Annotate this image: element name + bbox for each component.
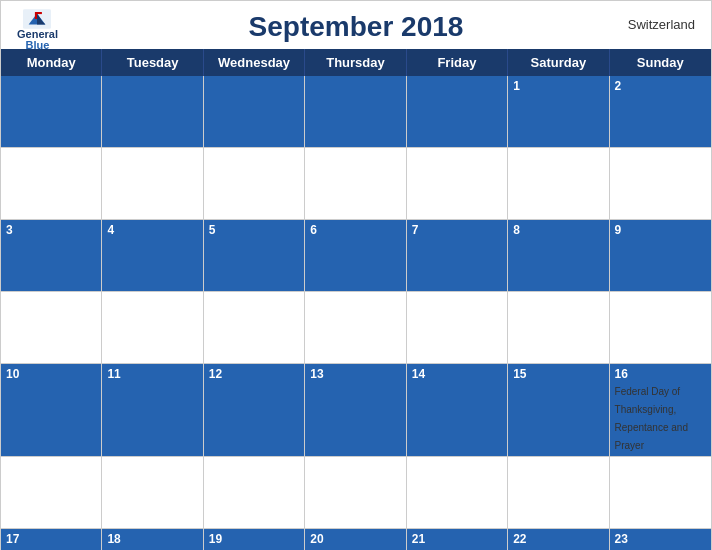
calendar-cell: 15 xyxy=(508,364,609,457)
calendar-cell: 7 xyxy=(407,220,508,292)
holiday-text: Federal Day of Thanksgiving, Repentance … xyxy=(615,386,688,451)
day-header-thursday: Thursday xyxy=(305,49,406,76)
calendar-cell-content xyxy=(407,148,508,220)
day-number: 17 xyxy=(6,532,96,546)
day-number: 6 xyxy=(310,223,400,237)
calendar-cell: 19 xyxy=(204,529,305,550)
day-number: 11 xyxy=(107,367,197,381)
calendar-cell-content xyxy=(204,457,305,529)
calendar-cell-content xyxy=(407,292,508,364)
calendar-cell xyxy=(1,76,102,148)
day-header-monday: Monday xyxy=(1,49,102,76)
calendar-cell xyxy=(305,76,406,148)
calendar-cell: 3 xyxy=(1,220,102,292)
calendar-cell-content xyxy=(1,457,102,529)
day-number: 12 xyxy=(209,367,299,381)
calendar-cell: 22 xyxy=(508,529,609,550)
calendar-cell-content xyxy=(508,457,609,529)
day-number: 21 xyxy=(412,532,502,546)
calendar-cell: 10 xyxy=(1,364,102,457)
calendar-cell: 18 xyxy=(102,529,203,550)
calendar-cell: 21 xyxy=(407,529,508,550)
calendar-cell: 16Federal Day of Thanksgiving, Repentanc… xyxy=(610,364,711,457)
calendar-title: September 2018 xyxy=(249,11,464,43)
calendar-cell: 12 xyxy=(204,364,305,457)
calendar-cell: 5 xyxy=(204,220,305,292)
day-number: 8 xyxy=(513,223,603,237)
calendar-cell: 23 xyxy=(610,529,711,550)
day-number: 14 xyxy=(412,367,502,381)
calendar-cell: 1 xyxy=(508,76,609,148)
calendar-cell: 2 xyxy=(610,76,711,148)
calendar-cell-content xyxy=(1,148,102,220)
day-number: 9 xyxy=(615,223,706,237)
calendar-cell xyxy=(102,76,203,148)
logo-text-blue: Blue xyxy=(26,40,50,51)
day-header-wednesday: Wednesday xyxy=(204,49,305,76)
day-number: 7 xyxy=(412,223,502,237)
calendar-cell-content xyxy=(508,148,609,220)
calendar-cell: 17 xyxy=(1,529,102,550)
day-number: 3 xyxy=(6,223,96,237)
svg-rect-3 xyxy=(35,12,37,19)
calendar-cell: 11 xyxy=(102,364,203,457)
calendar-cell xyxy=(407,76,508,148)
day-header-sunday: Sunday xyxy=(610,49,711,76)
calendar-cell-content xyxy=(610,148,711,220)
calendar-grid: 12345678910111213141516Federal Day of Th… xyxy=(1,76,711,550)
logo-area: General Blue xyxy=(17,9,58,51)
calendar-cell: 9 xyxy=(610,220,711,292)
day-header-saturday: Saturday xyxy=(508,49,609,76)
calendar-cell-content xyxy=(407,457,508,529)
day-number: 15 xyxy=(513,367,603,381)
calendar-cell-content xyxy=(1,292,102,364)
day-number: 22 xyxy=(513,532,603,546)
day-number: 16 xyxy=(615,367,706,381)
calendar-cell: 6 xyxy=(305,220,406,292)
calendar-cell-content xyxy=(102,148,203,220)
day-number: 10 xyxy=(6,367,96,381)
day-number: 18 xyxy=(107,532,197,546)
calendar-cell xyxy=(204,76,305,148)
day-number: 19 xyxy=(209,532,299,546)
calendar-cell-content xyxy=(610,457,711,529)
calendar-cell-content xyxy=(204,148,305,220)
day-headers-row: Monday Tuesday Wednesday Thursday Friday… xyxy=(1,49,711,76)
calendar-cell-content xyxy=(204,292,305,364)
calendar-cell-content xyxy=(610,292,711,364)
day-number: 20 xyxy=(310,532,400,546)
calendar-cell-content xyxy=(305,148,406,220)
calendar-header: General Blue September 2018 Switzerland xyxy=(1,1,711,49)
calendar-cell: 20 xyxy=(305,529,406,550)
svg-rect-4 xyxy=(37,12,42,14)
day-number: 13 xyxy=(310,367,400,381)
calendar-cell: 8 xyxy=(508,220,609,292)
calendar-cell: 14 xyxy=(407,364,508,457)
day-number: 1 xyxy=(513,79,603,93)
day-number: 5 xyxy=(209,223,299,237)
calendar-cell-content xyxy=(305,292,406,364)
country-label: Switzerland xyxy=(628,17,695,32)
calendar-wrapper: General Blue September 2018 Switzerland … xyxy=(0,0,712,550)
calendar-cell: 13 xyxy=(305,364,406,457)
calendar-cell-content xyxy=(102,292,203,364)
day-number: 23 xyxy=(615,532,706,546)
day-header-tuesday: Tuesday xyxy=(102,49,203,76)
calendar-cell: 4 xyxy=(102,220,203,292)
day-number: 4 xyxy=(107,223,197,237)
day-header-friday: Friday xyxy=(407,49,508,76)
calendar-cell-content xyxy=(305,457,406,529)
calendar-cell-content xyxy=(102,457,203,529)
general-blue-logo-icon xyxy=(23,9,51,29)
calendar-cell-content xyxy=(508,292,609,364)
day-number: 2 xyxy=(615,79,706,93)
